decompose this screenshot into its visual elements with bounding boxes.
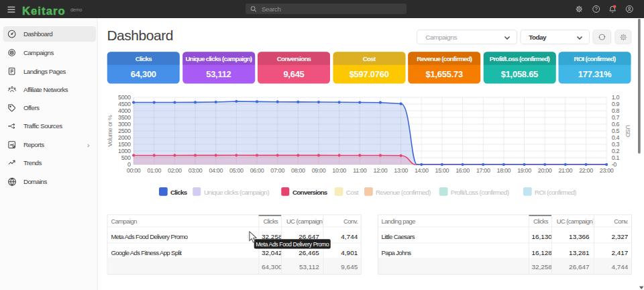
svg-text:0.2: 0.2 (612, 148, 620, 154)
svg-text:13:00: 13:00 (394, 167, 408, 174)
svg-text:04:00: 04:00 (209, 167, 223, 174)
svg-text:08:00: 08:00 (291, 167, 305, 174)
svg-text:09:00: 09:00 (312, 167, 326, 174)
svg-text:15:00: 15:00 (435, 167, 449, 174)
svg-text:3000: 3000 (118, 121, 131, 128)
svg-text:1000: 1000 (118, 148, 131, 154)
svg-text:22:00: 22:00 (579, 167, 593, 174)
svg-text:0.3: 0.3 (612, 141, 620, 148)
svg-text:02:00: 02:00 (168, 167, 182, 174)
svg-text:20:00: 20:00 (538, 167, 552, 174)
svg-text:1500: 1500 (118, 141, 131, 148)
svg-text:01:00: 01:00 (147, 167, 161, 174)
svg-text:11:00: 11:00 (353, 167, 366, 174)
svg-text:USD: USD (625, 125, 631, 138)
svg-text:03:00: 03:00 (189, 167, 203, 174)
svg-text:21:00: 21:00 (558, 167, 572, 174)
svg-text:12:00: 12:00 (374, 167, 388, 174)
svg-text:14:00: 14:00 (415, 167, 429, 174)
svg-text:2000: 2000 (118, 134, 131, 141)
svg-text:0.4: 0.4 (612, 134, 620, 141)
svg-text:19:00: 19:00 (517, 167, 531, 174)
svg-text:0.1: 0.1 (612, 154, 620, 161)
svg-text:06:00: 06:00 (250, 167, 264, 174)
svg-text:17:00: 17:00 (476, 167, 490, 174)
svg-text:4000: 4000 (118, 107, 131, 114)
svg-text:18:00: 18:00 (497, 167, 511, 174)
svg-text:07:00: 07:00 (270, 167, 284, 174)
svg-text:0.8: 0.8 (612, 107, 620, 114)
svg-text:10:00: 10:00 (332, 167, 346, 174)
svg-text:2500: 2500 (118, 128, 131, 134)
svg-text:0.9: 0.9 (612, 101, 620, 107)
svg-text:0.7: 0.7 (612, 114, 620, 121)
svg-text:5000: 5000 (118, 94, 131, 101)
svg-text:4500: 4500 (118, 101, 131, 107)
svg-text:0.6: 0.6 (612, 121, 620, 128)
svg-text:3500: 3500 (118, 114, 131, 121)
svg-text:05:00: 05:00 (229, 167, 244, 174)
svg-text:0.5: 0.5 (612, 128, 620, 134)
svg-text:500: 500 (121, 154, 131, 161)
svg-text:1.0: 1.0 (612, 94, 620, 101)
svg-text:16:00: 16:00 (455, 167, 470, 174)
svg-text:23:00: 23:00 (600, 167, 614, 174)
svg-text:Volume or %: Volume or % (107, 115, 114, 146)
svg-text:00:00: 00:00 (127, 167, 141, 174)
